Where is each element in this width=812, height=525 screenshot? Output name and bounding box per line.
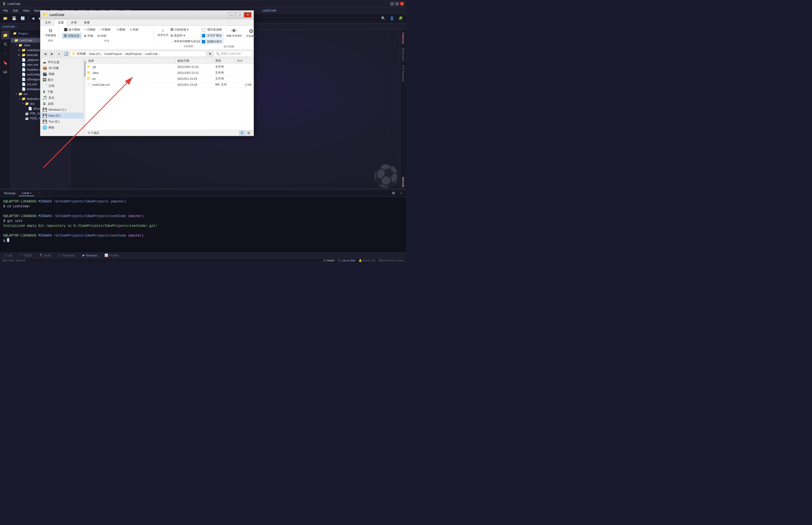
exp-path-codeprojects[interactable]: CodeProjects (104, 52, 122, 56)
profile-btn[interactable]: 👤 (388, 15, 396, 21)
git-branch-status[interactable]: ⎇ master (322, 259, 335, 262)
exp-path-data[interactable]: Data (D:) (89, 52, 101, 56)
sidebar-pullrequest-icon[interactable]: ⑂ (1, 49, 10, 58)
ribbon-details[interactable]: ☰ 详细信息 (62, 33, 81, 39)
term-path-3: MINGW64 /d/CodeProjects/IdeaProjects/Lee… (39, 234, 128, 238)
file-item-idea[interactable]: 📁 .idea 2021/10/3 21:51 文件夹 (86, 70, 254, 76)
file-item-src[interactable]: 📁 src 2021/5/1 23:24 文件夹 (86, 76, 254, 82)
maximize-button[interactable]: □ (395, 2, 399, 6)
git-tool-btn[interactable]: ⎇ Git (2, 253, 14, 258)
exp-refresh-btn[interactable]: 🔄 (63, 51, 69, 57)
profiler-tool-btn[interactable]: 📊 Profiler (103, 253, 120, 258)
exp-tab-home[interactable]: 主页 (55, 19, 67, 26)
ribbon-hide-selected[interactable]: 👁 隐藏 所选项目 (225, 27, 244, 39)
sidebar-structure-icon[interactable]: 🏗 (1, 40, 10, 49)
exp-path-ideaprojects[interactable]: IdeaProjects (125, 52, 142, 56)
toolbar-save-btn[interactable]: 💾 (10, 15, 18, 21)
terminal-tab-local[interactable]: Local × (19, 190, 34, 196)
file-item-git[interactable]: 📁 .git 2021/10/3 21:51 文件夹 (86, 64, 254, 70)
exp-view-large-btn[interactable]: ⊞ (245, 131, 252, 136)
terminal-tab-add[interactable]: + (36, 190, 43, 196)
ribbon-extra-large[interactable]: ⬛ 超大图标 (62, 27, 82, 32)
file-item-iml[interactable]: 📄 LeetCode.iml 2021/5/1 23:18 IML 文件 1 K… (86, 82, 254, 88)
ribbon-nav-pane-btn[interactable]: ⊟ 导航窗格 (44, 27, 58, 39)
exp-minimize-btn[interactable]: — (228, 12, 235, 18)
ribbon-list[interactable]: ≡ 列表 (128, 27, 140, 32)
exp-sb-e-drive[interactable]: 💾 Tool (E:) (40, 119, 84, 124)
exp-sb-huawei[interactable]: ☁ 华为云盘 (40, 59, 84, 65)
toolbar-back-btn[interactable]: ◀ (30, 15, 36, 21)
exp-sb-network[interactable]: 🌐 网络 (40, 124, 84, 131)
ribbon-small[interactable]: · 小图标 (113, 27, 127, 32)
exp-sb-pictures[interactable]: 🖼 图片 (40, 77, 84, 83)
ribbon-medium[interactable]: ▫ 中图标 (98, 27, 112, 32)
ribbon-large[interactable]: ▪ 大图标 (83, 27, 97, 32)
exp-sb-3d[interactable]: 📦 3D 对象 (40, 65, 84, 71)
exp-back-btn[interactable]: ◀ (42, 51, 48, 57)
close-button[interactable]: ✕ (400, 2, 404, 6)
title-bar-controls: — □ ✕ (390, 2, 404, 6)
minimize-button[interactable]: — (390, 2, 394, 6)
exp-close-btn[interactable]: ✕ (244, 12, 252, 18)
sidebar-project-icon[interactable]: 📁 (1, 31, 10, 40)
exp-sb-downloads[interactable]: ⬇ 下载 (40, 89, 84, 95)
exp-dropdown-btn[interactable]: ▾ (207, 51, 213, 57)
ribbon-tiles[interactable]: ⊞ 平铺 (82, 33, 95, 39)
ribbon-content[interactable]: ⊟ 内容 (95, 33, 108, 39)
terminal-body[interactable]: K@LAPTOP-L3K0ADUG MINGW64 /d/CodeProject… (0, 197, 406, 253)
terminal-settings-btn[interactable]: ⚙ (390, 190, 397, 196)
exp-view-detail-btn[interactable]: ☰ (239, 131, 245, 136)
right-sidebar-bookmarks[interactable]: Bookmarks (401, 46, 405, 63)
terminal-close-btn[interactable]: − (399, 190, 404, 196)
plugin-btn[interactable]: 🧩 (397, 15, 404, 21)
ribbon-options-btn[interactable]: ⚙ 所选项目 (245, 27, 258, 39)
exp-path-leetcode[interactable]: LeetCode (145, 52, 158, 56)
toolbar-sync-btn[interactable]: 🔄 (19, 15, 27, 21)
right-sidebar-database[interactable]: Database (401, 31, 405, 46)
exp-up-btn[interactable]: ▲ (56, 51, 62, 57)
git-sync-status[interactable]: 3 △/up-to-date (338, 259, 356, 262)
exp-col-size-header[interactable]: 大小 (235, 58, 254, 64)
toolbar-open-btn[interactable]: 📂 (2, 15, 9, 21)
build-tool-btn[interactable]: 🔨 Build (38, 253, 52, 258)
exp-sb-docs[interactable]: 📄 文档 (40, 83, 84, 89)
ribbon-item-checkboxes[interactable]: 项目复选框 (200, 27, 224, 32)
exp-forward-btn[interactable]: ▶ (49, 51, 55, 57)
autofetch-text: Auto fetch: finished (2, 259, 25, 262)
exp-col-type-header[interactable]: 类型 (213, 58, 235, 64)
exp-col-name-header[interactable]: 名称 (86, 58, 175, 64)
exp-sb-desktop[interactable]: 🖥 桌面 (40, 101, 84, 107)
exp-maximize-btn[interactable]: □ (236, 12, 243, 18)
exp-tab-share[interactable]: 共享 (67, 19, 80, 26)
todo-tool-btn[interactable]: ✓ TODO (18, 253, 33, 258)
exp-sb-d-drive[interactable]: 💾 Data (D:) (40, 112, 84, 119)
ribbon-sort-btn[interactable]: ↕ 排序方式 (156, 27, 170, 38)
problems-tool-btn[interactable]: ⚠ Problems (57, 253, 76, 258)
sidebar-leetcode-icon[interactable]: LC (1, 68, 10, 76)
exp-sb-video[interactable]: 🎬 视频 (40, 71, 84, 77)
right-sidebar-leetcode[interactable]: leetcode (401, 175, 405, 189)
sidebar-bookmark-icon[interactable]: 🔖 (1, 58, 10, 67)
ribbon-hidden-items[interactable]: ✓隐藏的项目 (200, 39, 224, 44)
menu-edit[interactable]: Edit (11, 9, 20, 13)
exp-search-box[interactable]: 🔍 搜索"LeetCode" (214, 51, 252, 57)
event-log-btn[interactable]: 🔔 Event Log (359, 259, 375, 262)
menu-view[interactable]: View (21, 9, 32, 13)
search-btn[interactable]: 🔍 (379, 15, 387, 21)
menu-file[interactable]: File (1, 9, 10, 13)
right-sidebar-pull-requests[interactable]: Pull Requests (401, 64, 405, 84)
terminal-tool-btn[interactable]: ▶ Terminal (81, 253, 99, 258)
exp-path-computer[interactable]: 此电脑 (77, 52, 86, 56)
path-arrow2: › (102, 52, 103, 56)
exp-tab-file[interactable]: 文件 (41, 19, 55, 26)
exp-sb-video-label: 视频 (48, 72, 55, 76)
exp-sidebar-scrollbar[interactable] (84, 58, 86, 136)
ribbon-file-ext[interactable]: ✓文件扩展名 (200, 33, 224, 39)
breadcrumb-text[interactable]: LeetCode › (2, 25, 17, 28)
exp-sb-c-drive[interactable]: 💾 Windows (C:) (40, 107, 84, 112)
terminal-tab-more[interactable]: ˅ (45, 190, 52, 196)
exp-col-date-header[interactable]: 修改日期 (175, 58, 213, 64)
exp-tab-view[interactable]: 查看 (80, 19, 93, 26)
theme-status[interactable]: Material Deep Ocean (378, 259, 404, 262)
exp-sb-music[interactable]: 🎵 音乐 (40, 95, 84, 101)
